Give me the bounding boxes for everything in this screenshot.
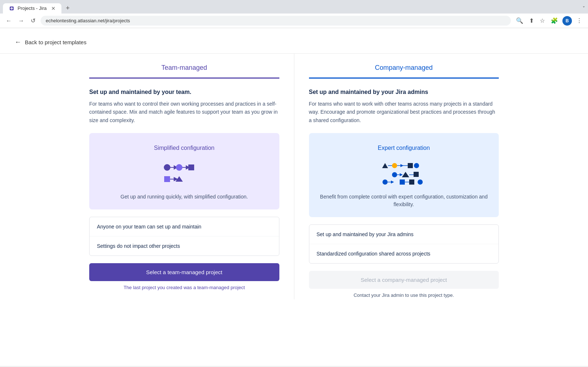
company-btn-note: Contact your Jira admin to use this proj… bbox=[309, 292, 499, 298]
svg-point-11 bbox=[392, 163, 397, 168]
company-feature-list: Set up and maintained by your Jira admin… bbox=[309, 224, 499, 264]
tab-close-btn[interactable]: ✕ bbox=[51, 5, 56, 11]
svg-rect-25 bbox=[409, 179, 414, 185]
menu-icon[interactable]: ⋮ bbox=[575, 16, 584, 26]
team-feature-1: Anyone on your team can set up and maint… bbox=[90, 217, 279, 237]
back-nav-link[interactable]: ← Back to project templates bbox=[0, 28, 588, 54]
svg-rect-23 bbox=[400, 179, 405, 185]
tab-title: Projects - Jira bbox=[18, 5, 46, 11]
svg-rect-5 bbox=[188, 164, 194, 170]
avatar[interactable]: B bbox=[562, 16, 572, 26]
company-feature-2: Standardized configuration shared across… bbox=[309, 244, 499, 263]
tab-company-managed[interactable]: Company-managed bbox=[309, 54, 499, 79]
tab-team-managed[interactable]: Team-managed bbox=[89, 54, 279, 79]
jira-tab-icon bbox=[9, 5, 15, 11]
company-feature-1: Set up and maintained by your Jira admin… bbox=[309, 225, 499, 244]
download-icon[interactable]: ⬆ bbox=[528, 16, 535, 26]
extensions-icon[interactable]: 🧩 bbox=[549, 16, 559, 26]
svg-marker-8 bbox=[176, 176, 183, 182]
team-diagram bbox=[98, 160, 271, 186]
svg-rect-14 bbox=[408, 163, 413, 168]
back-nav-label: Back to project templates bbox=[25, 39, 86, 45]
company-diagram bbox=[318, 160, 490, 186]
active-tab[interactable]: Projects - Jira ✕ bbox=[3, 3, 61, 14]
team-config-card: Simplified configuration bbox=[89, 133, 279, 209]
team-section-title: Set up and maintained by your team. bbox=[89, 89, 279, 95]
svg-point-3 bbox=[176, 164, 182, 171]
svg-rect-6 bbox=[164, 176, 170, 182]
svg-point-21 bbox=[382, 179, 388, 185]
svg-marker-9 bbox=[382, 163, 388, 168]
back-nav-button[interactable]: ← bbox=[4, 16, 13, 26]
tab-expand-icon: ˅ bbox=[583, 5, 585, 11]
team-feature-list: Anyone on your team can set up and maint… bbox=[89, 217, 279, 256]
team-feature-2: Settings do not impact other projects bbox=[90, 237, 279, 256]
svg-point-15 bbox=[414, 163, 419, 168]
team-config-title: Simplified configuration bbox=[98, 145, 271, 151]
company-section-desc: For teams who want to work with other te… bbox=[309, 100, 499, 124]
zoom-icon[interactable]: 🔍 bbox=[514, 16, 525, 26]
address-bar[interactable] bbox=[41, 16, 511, 26]
reload-button[interactable]: ↺ bbox=[29, 16, 37, 26]
select-company-managed-button[interactable]: Select a company-managed project bbox=[309, 271, 499, 289]
company-config-card: Expert configuration bbox=[309, 133, 499, 217]
svg-point-1 bbox=[164, 164, 170, 171]
team-btn-note: The last project you created was a team-… bbox=[89, 285, 279, 290]
team-section-desc: For teams who want to control their own … bbox=[89, 100, 279, 124]
company-section-title: Set up and maintained by your Jira admin… bbox=[309, 89, 499, 95]
team-config-desc: Get up and running quickly, with simplif… bbox=[98, 193, 271, 201]
back-arrow-icon: ← bbox=[15, 38, 21, 46]
company-config-title: Expert configuration bbox=[318, 145, 490, 151]
bookmark-icon[interactable]: ☆ bbox=[538, 16, 546, 26]
svg-point-26 bbox=[418, 179, 423, 185]
svg-rect-20 bbox=[414, 172, 419, 177]
svg-point-16 bbox=[392, 172, 397, 177]
svg-marker-18 bbox=[402, 172, 409, 177]
forward-nav-button[interactable]: → bbox=[17, 16, 26, 26]
new-tab-button[interactable]: + bbox=[63, 3, 73, 14]
company-config-desc: Benefit from complete control with exper… bbox=[318, 193, 490, 208]
select-team-managed-button[interactable]: Select a team-managed project bbox=[89, 263, 279, 281]
